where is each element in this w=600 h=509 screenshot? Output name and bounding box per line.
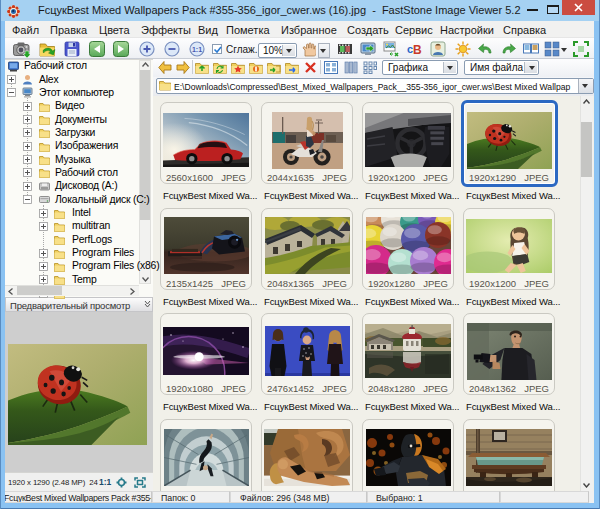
svg-text:B: B [413,43,422,57]
svg-text:1:1: 1:1 [192,46,202,53]
